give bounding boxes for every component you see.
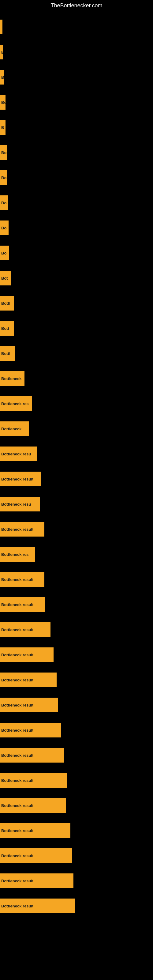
bar-15: Bottleneck — [0, 371, 24, 386]
bar-row: Bottleneck result — [0, 567, 153, 592]
bar-label-33: Bottleneck result — [1, 829, 33, 833]
bar-32: Bottleneck result — [0, 798, 66, 813]
bar-19: Bottleneck result — [0, 472, 41, 486]
bar-label-9: Bo — [1, 226, 6, 230]
bar-label-14: Bottl — [1, 351, 10, 356]
bar-row: Bottleneck result — [0, 743, 153, 768]
bar-35: Bottleneck result — [0, 873, 73, 888]
bar-row: Bottleneck res — [0, 542, 153, 567]
bar-row: Bottleneck result — [0, 667, 153, 692]
bar-label-2: E — [1, 50, 3, 54]
bar-26: Bottleneck result — [0, 648, 54, 662]
bar-row: Bo — [0, 240, 153, 266]
bar-row: Bo — [0, 215, 153, 240]
bar-row: Bottleneck resu — [0, 492, 153, 517]
bar-row — [0, 14, 153, 40]
bar-row: B — [0, 115, 153, 140]
bar-label-17: Bottleneck — [1, 426, 21, 431]
bar-row: Bottleneck result — [0, 642, 153, 667]
bar-29: Bottleneck result — [0, 723, 61, 737]
bar-label-27: Bottleneck result — [1, 678, 33, 682]
bar-28: Bottleneck result — [0, 698, 58, 712]
bar-25: Bottleneck result — [0, 622, 51, 637]
bar-label-34: Bottleneck result — [1, 854, 33, 858]
bar-row: Bottleneck result — [0, 868, 153, 893]
bar-30: Bottleneck result — [0, 748, 64, 762]
bar-row: Bottleneck result — [0, 768, 153, 793]
bar-14: Bottl — [0, 346, 15, 361]
bar-label-3: B — [1, 75, 4, 80]
bar-row: Bottleneck result — [0, 466, 153, 492]
bar-11: Bot — [0, 271, 11, 285]
bar-label-6: Bo — [1, 150, 6, 155]
bar-label-19: Bottleneck result — [1, 477, 33, 481]
bar-label-22: Bottleneck res — [1, 552, 29, 557]
bar-label-30: Bottleneck result — [1, 753, 33, 758]
bar-row: Bottleneck — [0, 416, 153, 441]
bar-24: Bottleneck result — [0, 597, 45, 612]
bar-9: Bo — [0, 221, 9, 235]
bar-10: Bo — [0, 246, 9, 260]
bar-5: B — [0, 120, 5, 135]
bar-label-15: Bottleneck — [1, 376, 21, 381]
bar-label-29: Bottleneck result — [1, 728, 33, 733]
bar-row: B — [0, 65, 153, 90]
bar-row: Bottleneck result — [0, 692, 153, 718]
bar-row: Bottleneck result — [0, 818, 153, 843]
bar-17: Bottleneck — [0, 422, 29, 436]
bar-row: Bottleneck result — [0, 843, 153, 868]
bar-label-18: Bottleneck resu — [1, 452, 31, 456]
bar-label-11: Bot — [1, 276, 8, 280]
bar-13: Bott — [0, 321, 14, 336]
bar-22: Bottleneck res — [0, 547, 35, 562]
bar-label-12: Bottl — [1, 301, 10, 305]
bar-label-25: Bottleneck result — [1, 627, 33, 632]
bar-label-13: Bott — [1, 326, 9, 331]
bar-label-35: Bottleneck result — [1, 879, 33, 883]
bar-label-36: Bottleneck result — [1, 904, 33, 908]
bar-12: Bottl — [0, 296, 14, 310]
bar-label-10: Bo — [1, 251, 6, 255]
bar-row: Bot — [0, 266, 153, 291]
bar-row: Bo — [0, 165, 153, 190]
bar-row: Bottleneck res — [0, 391, 153, 416]
bar-row: Bottleneck result — [0, 517, 153, 542]
bar-label-8: Bo — [1, 200, 6, 205]
bar-27: Bottleneck result — [0, 673, 57, 687]
bar-row: Bo — [0, 140, 153, 165]
bar-row: E — [0, 40, 153, 65]
bar-label-21: Bottleneck result — [1, 527, 33, 531]
bar-1 — [0, 20, 2, 34]
site-title: TheBottlenecker.com — [0, 0, 153, 11]
bar-33: Bottleneck result — [0, 823, 70, 838]
bar-2: E — [0, 45, 3, 59]
site-title-container: TheBottlenecker.com — [0, 0, 153, 11]
bar-label-4: Bo — [1, 100, 5, 105]
bar-7: Bo — [0, 170, 7, 185]
bar-row: Bo — [0, 90, 153, 115]
bar-34: Bottleneck result — [0, 848, 72, 863]
bar-36: Bottleneck result — [0, 899, 75, 913]
bar-row: Bottl — [0, 291, 153, 316]
bars-container: EBBoBBoBoBoBoBoBotBottlBottBottlBottlene… — [0, 11, 153, 921]
bar-label-28: Bottleneck result — [1, 703, 33, 708]
bar-label-26: Bottleneck result — [1, 652, 33, 657]
bar-4: Bo — [0, 95, 5, 110]
bar-label-24: Bottleneck result — [1, 602, 33, 607]
bar-row: Bott — [0, 316, 153, 341]
bar-18: Bottleneck resu — [0, 447, 37, 461]
bar-row: Bottleneck result — [0, 718, 153, 743]
bar-row: Bottleneck result — [0, 793, 153, 818]
bar-row: Bottleneck result — [0, 617, 153, 642]
bar-row: Bottleneck — [0, 366, 153, 391]
bar-3: B — [0, 70, 4, 84]
bar-label-16: Bottleneck res — [1, 401, 29, 406]
bar-row: Bo — [0, 190, 153, 215]
bar-label-20: Bottleneck resu — [1, 502, 31, 506]
bar-row: Bottl — [0, 341, 153, 366]
bar-row: Bottleneck result — [0, 893, 153, 918]
bar-6: Bo — [0, 145, 7, 160]
bar-16: Bottleneck res — [0, 396, 32, 411]
bar-8: Bo — [0, 196, 8, 210]
bar-row: Bottleneck resu — [0, 441, 153, 466]
